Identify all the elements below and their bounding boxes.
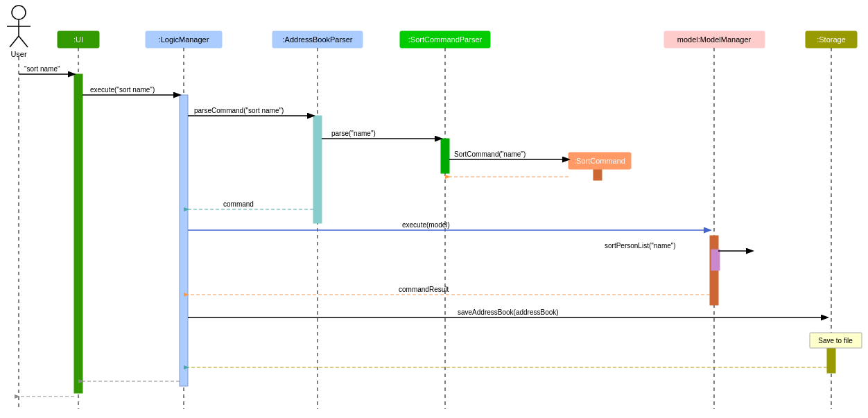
msg-parse-name-label: parse("name") [331,130,376,137]
user-right-leg [19,36,28,47]
msg-execute-sort-name-label: execute("sort name") [90,86,155,94]
sortcommandparser-actor-label: :SortCommandParser [408,35,483,44]
msg-command-label: command [223,200,254,208]
sortcommandparser-activation [441,139,449,173]
logicmanager-actor-label: :LogicManager [159,35,209,44]
ui-activation [74,74,83,393]
msg-parsecommand-label: parseCommand("sort name") [194,107,284,114]
msg-sortpersonlist-label: sortPersonList("name") [605,242,676,250]
addressbookparser-activation [313,116,322,223]
msg-execute-model-label: execute(model) [402,221,450,229]
sortcommand-box-label: :SortCommand [574,157,625,165]
ui-actor-label: :UI [73,35,83,44]
msg-saveaddressbook-label: saveAddressBook(addressBook) [458,308,559,316]
addressbookparser-actor-label: :AddressBookParser [283,35,353,44]
storage-actor-label: :Storage [817,35,846,44]
storage-small-activation [711,250,720,270]
user-head [12,6,26,19]
user-left-leg [10,36,19,47]
msg-commandresult-label: commandResult [399,286,449,293]
msg-sort-name-label: "sort name" [24,65,60,73]
msg-sortcommand-name-label: SortCommand("name") [454,150,526,158]
logicmanager-activation [180,95,188,386]
save-to-file-label: Save to file [818,337,853,345]
sequence-diagram: User :UI :LogicManager :AddressBookParse… [0,0,868,418]
modelmanager-actor-label: model:ModelManager [677,35,752,44]
